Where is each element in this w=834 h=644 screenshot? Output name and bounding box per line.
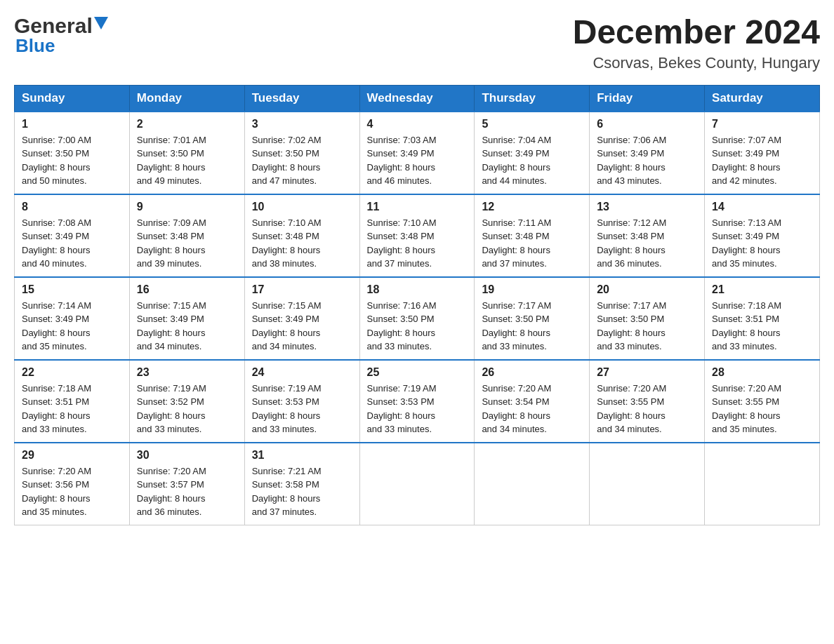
day-cell: 3 Sunrise: 7:02 AM Sunset: 3:50 PM Dayli…: [244, 112, 359, 194]
day-info: Sunrise: 7:20 AM Sunset: 3:55 PM Dayligh…: [597, 382, 697, 436]
day-cell: 2 Sunrise: 7:01 AM Sunset: 3:50 PM Dayli…: [129, 112, 244, 194]
day-cell: 31 Sunrise: 7:21 AM Sunset: 3:58 PM Dayl…: [244, 443, 359, 525]
day-number: 7: [712, 118, 812, 130]
day-cell: 18 Sunrise: 7:16 AM Sunset: 3:50 PM Dayl…: [359, 277, 475, 360]
day-cell: 12 Sunrise: 7:11 AM Sunset: 3:48 PM Dayl…: [475, 194, 590, 277]
day-cell: 13 Sunrise: 7:12 AM Sunset: 3:48 PM Dayl…: [590, 194, 705, 277]
day-cell: 24 Sunrise: 7:19 AM Sunset: 3:53 PM Dayl…: [244, 360, 359, 443]
day-info: Sunrise: 7:15 AM Sunset: 3:49 PM Dayligh…: [252, 299, 352, 354]
svg-marker-0: [94, 17, 108, 29]
day-number: 13: [597, 201, 697, 213]
logo: General Blue: [14, 14, 110, 57]
day-info: Sunrise: 7:17 AM Sunset: 3:50 PM Dayligh…: [597, 299, 697, 354]
day-info: Sunrise: 7:01 AM Sunset: 3:50 PM Dayligh…: [137, 133, 237, 188]
header-thursday: Thursday: [475, 85, 590, 112]
day-number: 11: [367, 201, 468, 213]
day-info: Sunrise: 7:10 AM Sunset: 3:48 PM Dayligh…: [367, 216, 468, 271]
day-number: 15: [22, 283, 122, 296]
day-cell: 22 Sunrise: 7:18 AM Sunset: 3:51 PM Dayl…: [15, 360, 130, 443]
day-cell: 28 Sunrise: 7:20 AM Sunset: 3:55 PM Dayl…: [705, 360, 820, 443]
day-info: Sunrise: 7:00 AM Sunset: 3:50 PM Dayligh…: [22, 133, 122, 188]
day-cell: 30 Sunrise: 7:20 AM Sunset: 3:57 PM Dayl…: [129, 443, 244, 525]
calendar-title: December 2024: [573, 14, 820, 51]
day-number: 4: [367, 118, 468, 130]
day-cell: 8 Sunrise: 7:08 AM Sunset: 3:49 PM Dayli…: [15, 194, 130, 277]
day-info: Sunrise: 7:19 AM Sunset: 3:53 PM Dayligh…: [252, 382, 352, 436]
page-header: General Blue December 2024 Csorvas, Beke…: [14, 14, 820, 72]
day-info: Sunrise: 7:02 AM Sunset: 3:50 PM Dayligh…: [252, 133, 352, 188]
day-number: 21: [712, 283, 812, 296]
logo-blue-text: Blue: [15, 35, 55, 57]
day-info: Sunrise: 7:20 AM Sunset: 3:55 PM Dayligh…: [712, 382, 812, 436]
day-info: Sunrise: 7:17 AM Sunset: 3:50 PM Dayligh…: [482, 299, 582, 354]
day-number: 31: [252, 449, 352, 462]
day-info: Sunrise: 7:18 AM Sunset: 3:51 PM Dayligh…: [712, 299, 812, 354]
day-number: 22: [22, 366, 122, 379]
logo-triangle-icon: [94, 17, 110, 32]
week-row-3: 15 Sunrise: 7:14 AM Sunset: 3:49 PM Dayl…: [15, 277, 820, 360]
day-number: 19: [482, 283, 582, 296]
day-number: 6: [597, 118, 697, 130]
day-number: 24: [252, 366, 352, 379]
day-info: Sunrise: 7:20 AM Sunset: 3:57 PM Dayligh…: [137, 464, 237, 519]
day-info: Sunrise: 7:20 AM Sunset: 3:56 PM Dayligh…: [22, 464, 122, 519]
day-number: 3: [252, 118, 352, 130]
day-number: 2: [137, 118, 237, 130]
day-info: Sunrise: 7:09 AM Sunset: 3:48 PM Dayligh…: [137, 216, 237, 271]
day-cell: 23 Sunrise: 7:19 AM Sunset: 3:52 PM Dayl…: [129, 360, 244, 443]
day-info: Sunrise: 7:18 AM Sunset: 3:51 PM Dayligh…: [22, 382, 122, 436]
day-number: 28: [712, 366, 812, 379]
day-number: 25: [367, 366, 468, 379]
day-info: Sunrise: 7:15 AM Sunset: 3:49 PM Dayligh…: [137, 299, 237, 354]
day-cell: 15 Sunrise: 7:14 AM Sunset: 3:49 PM Dayl…: [15, 277, 130, 360]
day-cell: 16 Sunrise: 7:15 AM Sunset: 3:49 PM Dayl…: [129, 277, 244, 360]
day-cell: [475, 443, 590, 525]
day-number: 29: [22, 449, 122, 462]
day-info: Sunrise: 7:13 AM Sunset: 3:49 PM Dayligh…: [712, 216, 812, 271]
title-block: December 2024 Csorvas, Bekes County, Hun…: [573, 14, 820, 72]
calendar-body: 1 Sunrise: 7:00 AM Sunset: 3:50 PM Dayli…: [15, 112, 820, 525]
week-row-4: 22 Sunrise: 7:18 AM Sunset: 3:51 PM Dayl…: [15, 360, 820, 443]
header-saturday: Saturday: [705, 85, 820, 112]
day-cell: 29 Sunrise: 7:20 AM Sunset: 3:56 PM Dayl…: [15, 443, 130, 525]
day-cell: 10 Sunrise: 7:10 AM Sunset: 3:48 PM Dayl…: [244, 194, 359, 277]
day-number: 12: [482, 201, 582, 213]
day-info: Sunrise: 7:03 AM Sunset: 3:49 PM Dayligh…: [367, 133, 468, 188]
week-row-5: 29 Sunrise: 7:20 AM Sunset: 3:56 PM Dayl…: [15, 443, 820, 525]
day-info: Sunrise: 7:08 AM Sunset: 3:49 PM Dayligh…: [22, 216, 122, 271]
day-number: 27: [597, 366, 697, 379]
day-number: 10: [252, 201, 352, 213]
day-cell: 5 Sunrise: 7:04 AM Sunset: 3:49 PM Dayli…: [475, 112, 590, 194]
day-number: 8: [22, 201, 122, 213]
day-info: Sunrise: 7:19 AM Sunset: 3:52 PM Dayligh…: [137, 382, 237, 436]
day-number: 9: [137, 201, 237, 213]
day-cell: 7 Sunrise: 7:07 AM Sunset: 3:49 PM Dayli…: [705, 112, 820, 194]
day-number: 17: [252, 283, 352, 296]
day-cell: 17 Sunrise: 7:15 AM Sunset: 3:49 PM Dayl…: [244, 277, 359, 360]
day-cell: 9 Sunrise: 7:09 AM Sunset: 3:48 PM Dayli…: [129, 194, 244, 277]
day-number: 16: [137, 283, 237, 296]
day-number: 1: [22, 118, 122, 130]
week-row-1: 1 Sunrise: 7:00 AM Sunset: 3:50 PM Dayli…: [15, 112, 820, 194]
day-cell: 14 Sunrise: 7:13 AM Sunset: 3:49 PM Dayl…: [705, 194, 820, 277]
day-number: 30: [137, 449, 237, 462]
day-number: 23: [137, 366, 237, 379]
day-number: 18: [367, 283, 468, 296]
header-wednesday: Wednesday: [359, 85, 475, 112]
day-info: Sunrise: 7:20 AM Sunset: 3:54 PM Dayligh…: [482, 382, 582, 436]
day-cell: 1 Sunrise: 7:00 AM Sunset: 3:50 PM Dayli…: [15, 112, 130, 194]
day-info: Sunrise: 7:16 AM Sunset: 3:50 PM Dayligh…: [367, 299, 468, 354]
day-cell: 4 Sunrise: 7:03 AM Sunset: 3:49 PM Dayli…: [359, 112, 475, 194]
day-info: Sunrise: 7:19 AM Sunset: 3:53 PM Dayligh…: [367, 382, 468, 436]
day-number: 5: [482, 118, 582, 130]
calendar-header-row: Sunday Monday Tuesday Wednesday Thursday…: [15, 85, 820, 112]
day-cell: [705, 443, 820, 525]
day-info: Sunrise: 7:04 AM Sunset: 3:49 PM Dayligh…: [482, 133, 582, 188]
header-sunday: Sunday: [15, 85, 130, 112]
day-info: Sunrise: 7:21 AM Sunset: 3:58 PM Dayligh…: [252, 464, 352, 519]
day-info: Sunrise: 7:12 AM Sunset: 3:48 PM Dayligh…: [597, 216, 697, 271]
day-info: Sunrise: 7:06 AM Sunset: 3:49 PM Dayligh…: [597, 133, 697, 188]
day-cell: [590, 443, 705, 525]
day-cell: 26 Sunrise: 7:20 AM Sunset: 3:54 PM Dayl…: [475, 360, 590, 443]
day-cell: 11 Sunrise: 7:10 AM Sunset: 3:48 PM Dayl…: [359, 194, 475, 277]
